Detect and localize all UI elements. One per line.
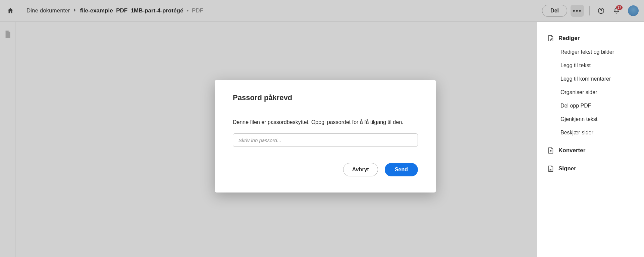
- section-edit: Rediger Rediger tekst og bilder Legg til…: [537, 31, 644, 139]
- section-header-convert[interactable]: Konverter: [537, 143, 644, 158]
- section-title: Signer: [558, 165, 576, 172]
- section-title: Rediger: [558, 35, 580, 42]
- section-sign: Signer: [537, 162, 644, 176]
- section-header-edit[interactable]: Rediger: [537, 31, 644, 45]
- section-title: Konverter: [558, 147, 585, 154]
- edit-pdf-icon: [547, 35, 554, 42]
- sign-icon: [547, 165, 554, 172]
- convert-icon: [547, 147, 554, 154]
- tool-organize-pages[interactable]: Organiser sider: [537, 86, 644, 99]
- tool-recognize-text[interactable]: Gjenkjenn tekst: [537, 113, 644, 126]
- tool-split-pdf[interactable]: Del opp PDF: [537, 99, 644, 113]
- section-items-edit: Rediger tekst og bilder Legg til tekst L…: [537, 45, 644, 139]
- dialog-text: Denne filen er passordbeskyttet. Oppgi p…: [233, 119, 418, 126]
- dialog-actions: Avbryt Send: [233, 163, 418, 176]
- tool-crop-pages[interactable]: Beskjær sider: [537, 126, 644, 139]
- section-header-sign[interactable]: Signer: [537, 162, 644, 176]
- password-dialog: Passord påkrevd Denne filen er passordbe…: [215, 80, 436, 192]
- cancel-button[interactable]: Avbryt: [343, 163, 378, 176]
- tools-panel: Rediger Rediger tekst og bilder Legg til…: [537, 22, 644, 257]
- password-input[interactable]: [233, 133, 418, 147]
- tool-add-comments[interactable]: Legg til kommentarer: [537, 72, 644, 86]
- tool-add-text[interactable]: Legg til tekst: [537, 59, 644, 72]
- tool-edit-text-images[interactable]: Rediger tekst og bilder: [537, 45, 644, 59]
- dialog-title: Passord påkrevd: [233, 93, 418, 109]
- section-convert: Konverter: [537, 143, 644, 158]
- submit-button[interactable]: Send: [385, 163, 418, 176]
